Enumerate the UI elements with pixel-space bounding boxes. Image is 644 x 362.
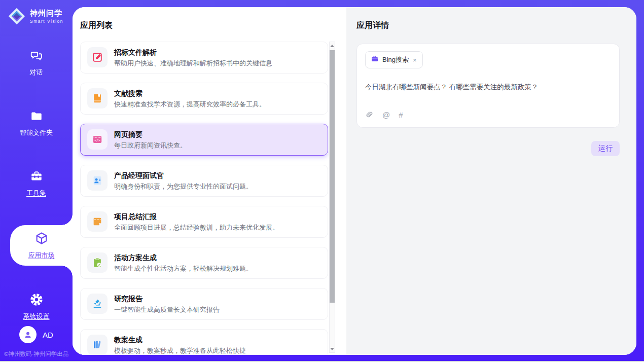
logo: 神州问学 Smart Vision bbox=[0, 0, 73, 26]
mention-icon[interactable]: @ bbox=[382, 111, 390, 119]
tender-doc-icon bbox=[87, 47, 108, 67]
browser-code-icon: </> bbox=[87, 129, 108, 150]
app-item-description: 快速精准查找学术资源，提高研究效率的必备工具。 bbox=[114, 100, 266, 109]
app-list-item[interactable]: 活动方案生成智能生成个性化活动方案，轻松解决规划难题。 bbox=[80, 247, 328, 279]
app-item-description: 模板驱动，教案秒成，教学准备从此轻松快捷 bbox=[114, 346, 246, 355]
app-item-description: 帮助用户快速、准确地理解和解析招标书中的关键信息 bbox=[114, 59, 272, 68]
app-item-name: 项目总结汇报 bbox=[114, 212, 279, 221]
microscope-icon bbox=[87, 294, 108, 314]
app-list-item[interactable]: </>网页摘要每日政府新闻资讯快查。 bbox=[80, 124, 328, 156]
sidebar-item-toolset[interactable]: 工具集 bbox=[0, 165, 73, 203]
tool-chip-label: Bing搜索 bbox=[382, 55, 409, 64]
app-list-item[interactable]: 产品经理面试官明确身份和职责，为您提供专业性的面试问题。 bbox=[80, 165, 328, 197]
app-detail-panel: 应用详情 Bing搜索 × bbox=[346, 7, 636, 355]
scrollbar[interactable] bbox=[329, 42, 335, 353]
clipboard-check-icon bbox=[87, 252, 108, 273]
app-item-name: 文献搜索 bbox=[114, 89, 266, 98]
app-list: 招标文件解析帮助用户快速、准确地理解和解析招标书中的关键信息文献搜索快速精准查找… bbox=[80, 42, 328, 355]
copyright-text: ©神州数码·神州问学出品 bbox=[0, 350, 73, 362]
sidebar-item-chat[interactable]: 对话 bbox=[0, 44, 73, 82]
app-list-item[interactable]: 研究报告一键智能生成高质量长文本研究报告 bbox=[80, 288, 328, 320]
input-toolbar: @ # bbox=[365, 111, 611, 119]
app-window: 神州问学 Smart Vision 对话智能文件夹工具集应用市场系统设置 AD … bbox=[0, 0, 644, 362]
user-profile[interactable]: AD bbox=[0, 326, 73, 343]
hash-icon[interactable]: # bbox=[399, 111, 403, 119]
app-item-name: 产品经理面试官 bbox=[114, 171, 253, 180]
app-list-item[interactable]: 项目总结汇报全面回顾项目进展，总结经验教训，助力未来优化发展。 bbox=[80, 206, 328, 238]
scroll-down-button[interactable] bbox=[330, 345, 335, 352]
main-panel: 应用列表 招标文件解析帮助用户快速、准确地理解和解析招标书中的关键信息文献搜索快… bbox=[73, 7, 636, 355]
app-item-description: 智能生成个性化活动方案，轻松解决规划难题。 bbox=[114, 264, 253, 273]
sidebar-item-label: 应用市场 bbox=[28, 251, 55, 260]
cube-icon bbox=[34, 231, 49, 247]
diamond-logo-icon bbox=[7, 7, 26, 26]
run-button[interactable]: 运行 bbox=[591, 141, 620, 156]
book-icon bbox=[87, 88, 108, 108]
folder-icon bbox=[30, 110, 43, 125]
app-list-title: 应用列表 bbox=[80, 20, 113, 31]
chat-icon bbox=[30, 49, 43, 64]
app-detail-title: 应用详情 bbox=[356, 20, 620, 31]
attachment-icon[interactable] bbox=[365, 111, 374, 119]
sidebar-item-label: 系统设置 bbox=[23, 312, 50, 321]
app-item-description: 全面回顾项目进展，总结经验教训，助力未来优化发展。 bbox=[114, 223, 279, 232]
svg-text:</>: </> bbox=[94, 138, 100, 142]
tool-chip-bing-search[interactable]: Bing搜索 × bbox=[365, 51, 423, 68]
gear-icon bbox=[30, 293, 43, 308]
sidebar-item-label: 工具集 bbox=[26, 189, 46, 198]
sidebar: 神州问学 Smart Vision 对话智能文件夹工具集应用市场系统设置 AD … bbox=[0, 0, 73, 362]
sidebar-item-settings[interactable]: 系统设置 bbox=[0, 288, 73, 326]
app-list-item[interactable]: 招标文件解析帮助用户快速、准确地理解和解析招标书中的关键信息 bbox=[80, 42, 328, 74]
briefcase-icon bbox=[371, 55, 379, 65]
sidebar-item-app-market[interactable]: 应用市场 bbox=[10, 225, 73, 266]
app-item-name: 研究报告 bbox=[114, 294, 220, 303]
toolbox-icon bbox=[30, 170, 43, 185]
app-list-item[interactable]: 教案生成模板驱动，教案秒成，教学准备从此轻松快捷 bbox=[80, 329, 328, 355]
logo-title: 神州问学 bbox=[30, 9, 63, 18]
interview-icon bbox=[87, 170, 108, 191]
app-list-panel: 应用列表 招标文件解析帮助用户快速、准确地理解和解析招标书中的关键信息文献搜索快… bbox=[73, 7, 346, 355]
user-name: AD bbox=[43, 331, 53, 339]
app-item-description: 明确身份和职责，为您提供专业性的面试问题。 bbox=[114, 182, 253, 191]
books-icon bbox=[87, 335, 108, 355]
app-item-name: 教案生成 bbox=[114, 335, 246, 344]
scrollbar-thumb[interactable] bbox=[330, 50, 335, 303]
user-icon bbox=[19, 326, 37, 343]
note-icon bbox=[87, 211, 108, 232]
query-text[interactable]: 今日湖北有哪些新闻要点？ 有哪些需要关注的最新政策？ bbox=[365, 82, 611, 92]
logo-subtitle: Smart Vision bbox=[30, 19, 63, 24]
app-item-name: 网页摘要 bbox=[114, 130, 187, 139]
query-card[interactable]: Bing搜索 × 今日湖北有哪些新闻要点？ 有哪些需要关注的最新政策？ @ # bbox=[356, 44, 620, 128]
close-icon[interactable]: × bbox=[412, 57, 417, 63]
scroll-up-button[interactable] bbox=[330, 42, 335, 49]
sidebar-item-label: 智能文件夹 bbox=[20, 128, 53, 137]
sidebar-item-label: 对话 bbox=[30, 68, 43, 77]
app-item-description: 一键智能生成高质量长文本研究报告 bbox=[114, 305, 220, 314]
sidebar-nav: 对话智能文件夹工具集应用市场系统设置 bbox=[0, 44, 73, 326]
app-item-name: 活动方案生成 bbox=[114, 253, 253, 262]
app-list-item[interactable]: 文献搜索快速精准查找学术资源，提高研究效率的必备工具。 bbox=[80, 83, 328, 115]
app-item-name: 招标文件解析 bbox=[114, 48, 272, 57]
sidebar-item-smart-folder[interactable]: 智能文件夹 bbox=[0, 104, 73, 142]
app-item-description: 每日政府新闻资讯快查。 bbox=[114, 141, 187, 150]
